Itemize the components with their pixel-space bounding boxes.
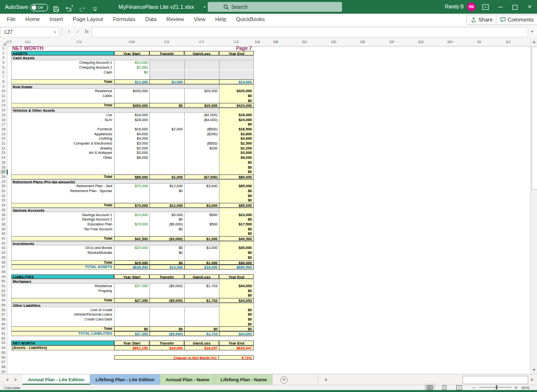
cell[interactable] xyxy=(114,194,149,198)
cell[interactable] xyxy=(184,155,219,160)
column-header-DG[interactable]: DG xyxy=(407,38,436,47)
row-label[interactable]: Other xyxy=(11,155,114,160)
cell[interactable] xyxy=(149,70,184,75)
cell[interactable] xyxy=(114,165,149,170)
title-dropdown-icon[interactable]: ▾ xyxy=(204,0,205,14)
change-value[interactable]: 5.71% xyxy=(219,355,254,360)
cell[interactable] xyxy=(184,60,219,65)
cell[interactable] xyxy=(114,227,149,232)
column-title[interactable]: Year End xyxy=(219,341,254,345)
cell[interactable] xyxy=(184,308,219,313)
cell[interactable] xyxy=(184,70,219,75)
cell[interactable]: $0 xyxy=(219,189,254,194)
cell[interactable]: $4,000 xyxy=(114,136,149,141)
cell[interactable]: $8,000 xyxy=(114,155,149,160)
cell[interactable]: $30,000 xyxy=(219,245,254,250)
cell[interactable] xyxy=(114,217,149,222)
cell[interactable] xyxy=(149,312,184,317)
cell[interactable] xyxy=(114,250,149,255)
cell[interactable]: $12,000 xyxy=(149,203,184,208)
column-title[interactable]: Year End xyxy=(219,51,254,56)
total-label[interactable]: Total xyxy=(11,260,114,265)
cell[interactable]: $3,000 xyxy=(114,141,149,146)
cell[interactable] xyxy=(114,189,149,194)
cell[interactable]: $1,000 xyxy=(184,236,219,241)
formula-input[interactable] xyxy=(91,27,528,37)
cell[interactable] xyxy=(114,308,149,313)
ribbon-tab-review[interactable]: Review xyxy=(161,14,189,25)
cell[interactable] xyxy=(219,108,254,113)
cell[interactable]: $0 xyxy=(149,260,184,265)
cell[interactable] xyxy=(149,322,184,327)
cell[interactable] xyxy=(219,179,254,184)
row-header-69[interactable]: 69 xyxy=(0,369,7,374)
cell[interactable]: $2,000 xyxy=(114,146,149,151)
cell[interactable]: $635,447 xyxy=(219,345,254,350)
undo-button[interactable]: ▾ xyxy=(64,2,73,11)
row-label[interactable] xyxy=(11,231,114,236)
total-label[interactable]: Total xyxy=(11,326,114,331)
scroll-up-button[interactable] xyxy=(531,39,537,46)
cell[interactable]: ($3,000) xyxy=(149,236,184,241)
cell[interactable]: $0 xyxy=(219,317,254,322)
zoom-level[interactable]: 90% xyxy=(521,386,529,390)
cell[interactable]: ($500) xyxy=(184,141,219,146)
cell[interactable]: ($500) xyxy=(184,127,219,132)
hscroll-left-icon[interactable] xyxy=(321,374,330,385)
total-label[interactable]: Total xyxy=(11,174,114,179)
cell[interactable] xyxy=(114,98,149,103)
hscroll-right-icon[interactable] xyxy=(528,374,537,385)
sheet-nav-left-icon[interactable] xyxy=(3,374,12,385)
row-label[interactable]: Car xyxy=(11,113,114,118)
row-label[interactable]: Retirement Plan - Spouse xyxy=(11,189,114,194)
row-label[interactable]: Retirement Plan - Self xyxy=(11,184,114,189)
column-header-DH[interactable]: DH xyxy=(436,38,465,47)
cell[interactable] xyxy=(219,70,254,75)
cell[interactable]: $0 xyxy=(149,245,184,250)
cell[interactable] xyxy=(184,165,219,170)
section-band[interactable]: Savings Accounts xyxy=(11,208,219,213)
cell[interactable]: $4,000 xyxy=(114,132,149,137)
row-label[interactable] xyxy=(11,165,114,170)
cell[interactable] xyxy=(149,136,184,141)
cell[interactable]: $2,500 xyxy=(219,141,254,146)
cell[interactable]: $0 xyxy=(114,70,149,75)
row-label[interactable] xyxy=(11,160,114,165)
cell[interactable] xyxy=(149,170,184,174)
cell[interactable]: $70,000 xyxy=(114,184,149,189)
cell[interactable]: $2,000 xyxy=(114,65,149,70)
cell[interactable]: $16,297 xyxy=(184,345,219,350)
cell[interactable] xyxy=(184,317,219,322)
cell[interactable]: $0 xyxy=(149,250,184,255)
cell[interactable] xyxy=(184,227,219,232)
cell[interactable]: $18,000 xyxy=(114,113,149,118)
cell[interactable]: $0 xyxy=(219,94,254,98)
ribbon-tab-data[interactable]: Data xyxy=(140,14,161,25)
cell[interactable]: $1,703 xyxy=(184,298,219,303)
cancel-formula-button[interactable]: × xyxy=(65,27,73,36)
row-label[interactable]: GICs and Bonds xyxy=(11,245,114,250)
cell[interactable]: $638,500 xyxy=(114,265,149,270)
cell[interactable]: $601,150 xyxy=(114,345,149,350)
customize-quick-access-button[interactable] xyxy=(90,2,100,11)
ribbon-tab-insert[interactable]: Insert xyxy=(45,14,68,25)
cell[interactable]: $12,000 xyxy=(149,184,184,189)
cell[interactable] xyxy=(149,194,184,198)
sheet-tab-lifefong-plan-name[interactable]: Lifefong Plan - Name xyxy=(215,374,272,385)
cell[interactable] xyxy=(149,94,184,98)
cell[interactable]: $16,000 xyxy=(219,113,254,118)
cell[interactable]: $0 xyxy=(219,198,254,203)
cell[interactable]: $40,500 xyxy=(219,236,254,241)
cell[interactable] xyxy=(114,255,149,260)
cell[interactable] xyxy=(219,60,254,65)
cell[interactable]: $0 xyxy=(149,189,184,194)
cell[interactable] xyxy=(149,141,184,146)
ribbon-display-options-button[interactable] xyxy=(482,3,489,12)
cell[interactable]: $18,000 xyxy=(184,265,219,270)
cell[interactable] xyxy=(114,231,149,236)
cell[interactable]: $23,000 xyxy=(114,222,149,227)
cell[interactable]: $19,500 xyxy=(114,213,149,218)
cell[interactable] xyxy=(184,136,219,141)
cell[interactable] xyxy=(114,293,149,298)
row-label[interactable]: Art & Antiques xyxy=(11,150,114,155)
